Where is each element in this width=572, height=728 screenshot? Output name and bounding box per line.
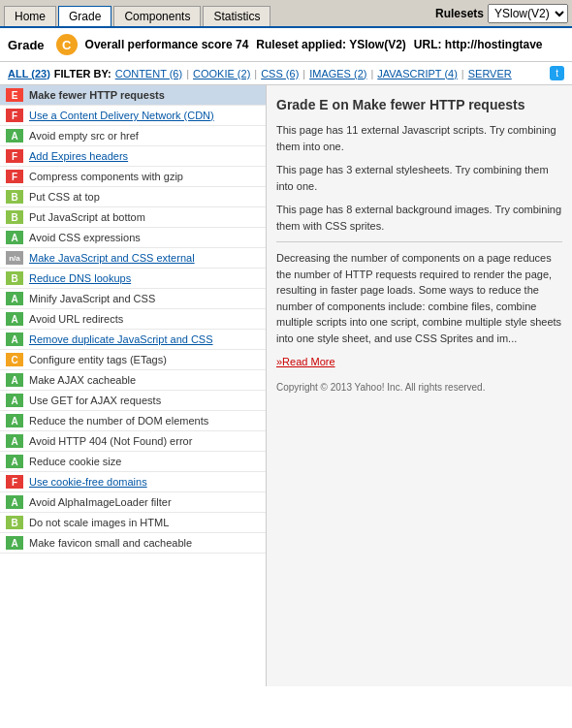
grade-badge: A (6, 495, 23, 509)
rule-text: Do not scale images in HTML (29, 517, 169, 528)
filter-by-label: FILTER BY: (54, 68, 111, 79)
rule-text: Avoid URL redirects (29, 313, 123, 325)
rule-item[interactable]: ARemove duplicate JavaScript and CSS (0, 330, 266, 350)
grade-badge: B (6, 210, 23, 224)
ruleset-select[interactable]: YSlow(V2) (488, 4, 568, 23)
rule-text: Minify JavaScript and CSS (29, 293, 155, 304)
copyright: Copyright © 2013 Yahoo! Inc. All rights … (276, 382, 562, 393)
detail-title: Grade E on Make fewer HTTP requests (276, 97, 562, 112)
filter-css[interactable]: CSS (6) (261, 68, 299, 79)
grade-badge: A (6, 373, 23, 387)
detail-para-2: This page has 8 external background imag… (276, 202, 562, 234)
filter-all[interactable]: ALL (23) (8, 68, 50, 79)
rule-item[interactable]: AMake favicon small and cacheable (0, 533, 266, 554)
rule-text: Make AJAX cacheable (29, 374, 136, 386)
rule-item[interactable]: AMinify JavaScript and CSS (0, 289, 266, 309)
rule-item[interactable]: n/aMake JavaScript and CSS external (0, 248, 266, 269)
rule-item[interactable]: AUse GET for AJAX requests (0, 391, 266, 411)
rule-text: Make fewer HTTP requests (29, 89, 165, 101)
rule-text: Add Expires headers (29, 150, 128, 162)
left-panel: EMake fewer HTTP requestsFUse a Content … (0, 85, 267, 686)
detail-body: Decreasing the number of components on a… (276, 250, 562, 346)
rule-text: Put JavaScript at bottom (29, 211, 145, 223)
rule-text: Avoid CSS expressions (29, 232, 141, 243)
rule-text: Compress components with gzip (29, 171, 183, 182)
rule-item[interactable]: AAvoid AlphaImageLoader filter (0, 492, 266, 513)
divider (276, 241, 562, 242)
score-text: Overall performance score 74 (85, 38, 249, 51)
grade-badge: F (6, 149, 23, 163)
grade-badge: B (6, 190, 23, 204)
grade-badge: F (6, 109, 23, 122)
rule-text: Use a Content Delivery Network (CDN) (29, 110, 214, 121)
rule-item[interactable]: AAvoid empty src or href (0, 126, 266, 146)
rule-item[interactable]: FAdd Expires headers (0, 146, 266, 167)
grade-badge: A (6, 292, 23, 305)
rule-text: Put CSS at top (29, 191, 100, 203)
grade-badge: A (6, 231, 23, 244)
rule-text: Reduce cookie size (29, 456, 121, 467)
right-panel: Grade E on Make fewer HTTP requests This… (267, 85, 572, 686)
rule-item[interactable]: BPut JavaScript at bottom (0, 207, 266, 228)
rule-item[interactable]: FUse a Content Delivery Network (CDN) (0, 106, 266, 126)
grade-badge: A (6, 394, 23, 407)
ruleset-applied: Ruleset applied: YSlow(V2) (256, 38, 405, 51)
grade-badge: A (6, 536, 23, 550)
detail-para-1: This page has 3 external stylesheets. Tr… (276, 162, 562, 194)
rule-item[interactable]: AAvoid HTTP 404 (Not Found) error (0, 431, 266, 452)
filter-cookie[interactable]: COOKIE (2) (193, 68, 250, 79)
rule-text: Avoid empty src or href (29, 130, 139, 142)
ruleset-label: Rulesets (435, 7, 484, 20)
rule-item[interactable]: EMake fewer HTTP requests (0, 85, 266, 106)
rule-item[interactable]: AAvoid CSS expressions (0, 228, 266, 248)
rule-item[interactable]: BDo not scale images in HTML (0, 513, 266, 533)
grade-circle: C (56, 34, 78, 55)
filter-bar: ALL (23) FILTER BY: CONTENT (6) | COOKIE… (0, 62, 572, 85)
grade-badge: A (6, 332, 23, 346)
filter-javascript[interactable]: JAVASCRIPT (4) (377, 68, 458, 79)
url-text: URL: http://hostingtave (414, 38, 543, 51)
tab-grade[interactable]: Grade (58, 6, 111, 26)
detail-content: This page has 11 external Javascript scr… (276, 122, 562, 370)
rule-item[interactable]: BReduce DNS lookups (0, 269, 266, 289)
grade-badge: B (6, 271, 23, 285)
rule-item[interactable]: CConfigure entity tags (ETags) (0, 350, 266, 370)
rule-text: Avoid AlphaImageLoader filter (29, 496, 172, 508)
rule-text: Use GET for AJAX requests (29, 395, 161, 406)
main-content: EMake fewer HTTP requestsFUse a Content … (0, 85, 572, 686)
rule-text: Make JavaScript and CSS external (29, 252, 195, 264)
rule-text: Reduce DNS lookups (29, 272, 131, 284)
rule-text: Use cookie-free domains (29, 476, 147, 488)
rule-item[interactable]: FUse cookie-free domains (0, 472, 266, 492)
grade-badge: C (6, 353, 23, 366)
grade-badge: A (6, 312, 23, 326)
filter-server[interactable]: SERVER (468, 68, 512, 79)
read-more-link[interactable]: »Read More (276, 356, 335, 367)
rule-text: Make favicon small and cacheable (29, 537, 192, 549)
rule-item[interactable]: FCompress components with gzip (0, 167, 266, 187)
grade-badge: A (6, 455, 23, 468)
rule-item[interactable]: BPut CSS at top (0, 187, 266, 207)
rule-item[interactable]: AReduce the number of DOM elements (0, 411, 266, 431)
grade-label: Grade (8, 38, 45, 52)
detail-para-0: This page has 11 external Javascript scr… (276, 122, 562, 154)
rule-item[interactable]: AMake AJAX cacheable (0, 370, 266, 391)
filter-images[interactable]: IMAGES (2) (309, 68, 366, 79)
tab-components[interactable]: Components (113, 6, 201, 26)
rule-text: Avoid HTTP 404 (Not Found) error (29, 435, 192, 447)
grade-badge: A (6, 434, 23, 448)
grade-badge: E (6, 88, 23, 102)
grade-badge: A (6, 414, 23, 427)
grade-badge: B (6, 516, 23, 529)
tab-bar: Home Grade Components Statistics Ruleset… (0, 0, 572, 28)
rule-text: Reduce the number of DOM elements (29, 415, 208, 427)
tab-statistics[interactable]: Statistics (203, 6, 270, 26)
filter-content[interactable]: CONTENT (6) (115, 68, 182, 79)
rule-item[interactable]: AReduce cookie size (0, 452, 266, 472)
twitter-button[interactable]: t (550, 66, 564, 80)
rule-item[interactable]: AAvoid URL redirects (0, 309, 266, 330)
header-row: Grade C Overall performance score 74 Rul… (0, 28, 572, 62)
tab-home[interactable]: Home (4, 6, 56, 26)
grade-badge: n/a (6, 251, 23, 265)
rule-text: Remove duplicate JavaScript and CSS (29, 333, 213, 345)
